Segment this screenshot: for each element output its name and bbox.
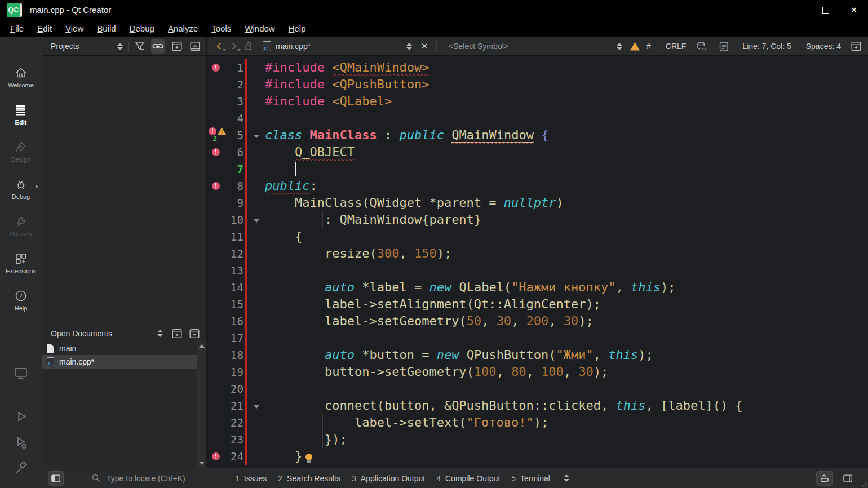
line-number[interactable]: 10 bbox=[228, 211, 243, 228]
code-line[interactable]: 6 Q_OBJECT bbox=[207, 144, 868, 161]
output-pane-issues[interactable]: 1 Issues bbox=[229, 468, 272, 488]
menu-view[interactable]: View bbox=[59, 21, 90, 36]
minimize-button[interactable] bbox=[783, 0, 812, 20]
output-pane-terminal[interactable]: 5 Terminal bbox=[506, 468, 556, 488]
error-icon[interactable] bbox=[212, 148, 220, 156]
close-document-button[interactable] bbox=[418, 41, 431, 51]
code-line[interactable]: 14 auto *label = new QLabel("Нажми кнопк… bbox=[207, 279, 868, 296]
code-line[interactable]: 7 bbox=[207, 161, 868, 178]
cursor-position[interactable]: Line: 7, Col: 5 bbox=[742, 42, 791, 51]
back-history-arrow-icon[interactable] bbox=[223, 49, 226, 51]
split-panel-button[interactable] bbox=[170, 39, 184, 54]
split-open-documents-button[interactable] bbox=[170, 326, 184, 341]
code-line[interactable]: 23 }); bbox=[207, 431, 868, 448]
toggle-left-sidebar-button[interactable] bbox=[48, 471, 64, 486]
menu-debug[interactable]: Debug bbox=[123, 21, 161, 36]
code-line[interactable]: 24 } bbox=[207, 448, 868, 465]
mode-extensions[interactable]: Extensions bbox=[0, 249, 42, 278]
line-number[interactable]: 20 bbox=[228, 380, 243, 397]
maximize-button[interactable] bbox=[812, 0, 840, 20]
error-icon[interactable] bbox=[212, 64, 220, 72]
code-line[interactable]: 13 bbox=[207, 262, 868, 279]
line-number[interactable]: 19 bbox=[228, 363, 243, 380]
open-documents-title[interactable]: Open Documents bbox=[51, 329, 157, 338]
resize-grip[interactable] bbox=[860, 480, 867, 487]
line-number[interactable]: 12 bbox=[228, 245, 243, 262]
symbol-updown-icon[interactable] bbox=[617, 43, 622, 50]
code-line[interactable]: 18 auto *button = new QPushButton("Жми",… bbox=[207, 347, 868, 363]
menu-analyze[interactable]: Analyze bbox=[161, 21, 205, 36]
line-number[interactable]: 7 bbox=[228, 161, 243, 178]
line-number[interactable]: 4 bbox=[228, 110, 243, 127]
output-pane-compile-output[interactable]: 4 Compile Output bbox=[431, 468, 506, 488]
menu-help[interactable]: Help bbox=[282, 21, 313, 36]
debug-run-button[interactable] bbox=[12, 434, 29, 451]
open-documents-updown-icon[interactable] bbox=[157, 330, 163, 337]
mode-debug[interactable]: Debug bbox=[0, 174, 42, 203]
output-panes-updown-icon[interactable] bbox=[564, 474, 569, 482]
code-line[interactable]: 20 bbox=[207, 380, 868, 397]
toggle-right-sidebar-button[interactable] bbox=[840, 471, 856, 486]
fold-marker-icon[interactable] bbox=[248, 401, 265, 411]
line-number[interactable]: 9 bbox=[228, 194, 243, 211]
line-number[interactable]: 17 bbox=[228, 330, 243, 347]
line-number[interactable]: 16 bbox=[228, 313, 243, 330]
code-line[interactable]: 15 label->setAlignment(Qt::AlignCenter); bbox=[207, 296, 868, 313]
code-line[interactable]: 21 connect(button, &QPushButton::clicked… bbox=[207, 397, 868, 414]
output-pane-search-results[interactable]: 2 Search Results bbox=[272, 468, 346, 488]
scroll-up-icon[interactable] bbox=[199, 344, 205, 348]
debug-flyout-arrow-icon[interactable] bbox=[36, 184, 38, 189]
line-number[interactable]: 21 bbox=[228, 397, 243, 414]
mode-edit[interactable]: Edit bbox=[0, 100, 42, 129]
code-line[interactable]: 17 bbox=[207, 330, 868, 347]
code-line[interactable]: 3#include <QLabel> bbox=[207, 93, 868, 110]
menu-tools[interactable]: Tools bbox=[205, 21, 238, 36]
line-number[interactable]: 8 bbox=[228, 178, 243, 194]
line-number[interactable]: 22 bbox=[228, 414, 243, 431]
line-number[interactable]: 2 bbox=[228, 76, 243, 93]
code-line[interactable]: 9 MainClass(QWidget *parent = nullptr) bbox=[207, 194, 868, 211]
build-button[interactable] bbox=[12, 459, 29, 476]
code-line[interactable]: 10 : QMainWindow{parent} bbox=[207, 211, 868, 228]
line-number[interactable]: 24 bbox=[228, 448, 243, 465]
encoding-button[interactable]: <> bbox=[694, 39, 708, 54]
line-ending-selector[interactable]: CRLF bbox=[666, 42, 687, 51]
menu-window[interactable]: Window bbox=[238, 21, 281, 36]
menu-build[interactable]: Build bbox=[90, 21, 122, 36]
code-line[interactable]: 2#include <QPushButton> bbox=[207, 76, 868, 93]
line-number[interactable]: 15 bbox=[228, 296, 243, 313]
run-button[interactable] bbox=[12, 408, 29, 425]
error-icon[interactable] bbox=[212, 452, 220, 460]
line-number[interactable]: 13 bbox=[228, 262, 243, 279]
close-button[interactable] bbox=[840, 0, 868, 20]
close-open-documents-button[interactable] bbox=[188, 326, 202, 341]
code-line[interactable]: 4 bbox=[207, 110, 868, 127]
code-line[interactable]: 25class MainClass : public QMainWindow { bbox=[207, 127, 868, 144]
file-tab-label[interactable]: main.cpp* bbox=[276, 42, 327, 51]
outline-button[interactable] bbox=[716, 39, 731, 54]
open-document-main[interactable]: main bbox=[42, 341, 197, 355]
menu-file[interactable]: File bbox=[3, 21, 30, 36]
error-icon[interactable] bbox=[209, 127, 216, 135]
code-line[interactable]: 8public: bbox=[207, 178, 868, 194]
document-dropdown-icon[interactable] bbox=[406, 43, 412, 50]
fold-marker-icon[interactable] bbox=[248, 215, 265, 225]
error-icon[interactable] bbox=[212, 182, 220, 190]
line-number[interactable]: 3 bbox=[228, 93, 243, 110]
line-number[interactable]: 6 bbox=[228, 144, 243, 161]
filter-button[interactable] bbox=[133, 39, 147, 54]
code-line[interactable]: 12 resize(300, 150); bbox=[207, 245, 868, 262]
kit-selector-button[interactable] bbox=[12, 365, 29, 381]
open-document-main-cpp[interactable]: main.cpp* bbox=[42, 355, 197, 369]
fold-marker-icon[interactable] bbox=[248, 130, 265, 140]
mode-welcome[interactable]: Welcome bbox=[0, 63, 42, 92]
go-back-button[interactable] bbox=[212, 39, 227, 54]
go-forward-button[interactable] bbox=[227, 39, 241, 54]
line-number[interactable]: 11 bbox=[228, 228, 243, 245]
indentation-setting[interactable]: Spaces: 4 bbox=[806, 42, 841, 51]
pin-file-button[interactable] bbox=[241, 39, 256, 54]
mode-help[interactable]: ? Help bbox=[0, 286, 42, 315]
line-number[interactable]: 5 bbox=[228, 127, 243, 144]
menu-edit[interactable]: Edit bbox=[30, 21, 59, 36]
line-number[interactable]: 14 bbox=[228, 279, 243, 296]
